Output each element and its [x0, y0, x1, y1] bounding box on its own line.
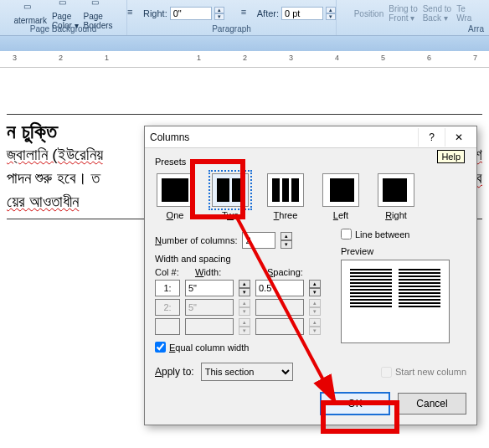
text-wrap-button: TeWra — [456, 4, 471, 23]
doc-line: পাদন শুরু হবে। ত — [7, 167, 100, 190]
preset-right[interactable]: Right — [378, 173, 414, 220]
width-spacing-grid: Col #: Width: Spacing: 1: ▴▾ ▴▾ 2: ▴▾ ▴▾ — [155, 267, 341, 335]
horizontal-ruler[interactable]: 3 2 1 1 2 3 4 5 6 7 — [0, 51, 489, 68]
dialog-titlebar[interactable]: Columns ? ✕ — [145, 126, 476, 148]
equal-column-width-checkbox[interactable] — [155, 342, 166, 353]
width-2-input — [185, 299, 234, 316]
spacing-after-input[interactable] — [281, 7, 323, 20]
columns-dialog: Columns ? ✕ Help Presets One Two Three L… — [144, 126, 477, 425]
indent-right-input[interactable] — [170, 7, 212, 20]
numcols-spinner[interactable]: ▴▾ — [281, 232, 292, 249]
page-color-icon: ▭ — [59, 0, 72, 11]
watermark-button[interactable]: ▭atermark — [13, 2, 46, 25]
spacing-1-input[interactable] — [255, 280, 304, 296]
line-between-checkbox[interactable] — [341, 229, 352, 239]
spacing-after-spinner[interactable]: ≡ After: ▴▾ — [241, 7, 336, 20]
width-1-input[interactable] — [185, 280, 234, 296]
dialog-title: Columns — [150, 131, 189, 143]
bring-to-front-button[interactable]: Bring toFront ▾ — [389, 4, 417, 23]
width-3-input — [185, 318, 234, 335]
indent-right-spinner[interactable]: ≡ Right: ▴▾ — [127, 7, 224, 20]
preview-label: Preview — [341, 246, 466, 256]
start-new-column-checkbox — [381, 367, 392, 378]
number-of-columns-label: Number of columns: — [155, 235, 237, 245]
send-to-back-button[interactable]: Send toBack ▾ — [423, 4, 451, 23]
preview-pane — [341, 260, 450, 343]
number-of-columns-input[interactable] — [242, 232, 275, 249]
preset-one[interactable]: One — [157, 173, 193, 220]
preset-two[interactable]: Two — [212, 173, 249, 220]
apply-to-label: Apply to: — [155, 366, 194, 378]
preset-three[interactable]: Three — [267, 173, 304, 220]
ws-row-2: 2: ▴▾ ▴▾ — [155, 299, 341, 316]
close-button[interactable]: ✕ — [445, 128, 471, 147]
position-button: Position — [354, 9, 384, 18]
cancel-button[interactable]: Cancel — [398, 393, 466, 415]
ribbon-band — [0, 36, 489, 51]
width-spacing-label: Width and spacing — [155, 254, 341, 264]
equal-column-width-label: Equal column width — [169, 342, 249, 353]
spacing-3-input — [255, 318, 304, 335]
arrange-group-label: Arra — [342, 23, 484, 35]
watermark-icon: ▭ — [23, 2, 37, 15]
page-borders-icon: ▭ — [91, 0, 105, 11]
line-between-label: Line between — [355, 229, 409, 239]
spacing-after-icon: ≡ — [241, 7, 255, 20]
indent-right-icon: ≡ — [127, 7, 141, 20]
paragraph-group-label: Paragraph — [212, 23, 251, 35]
preset-left[interactable]: Left — [322, 173, 359, 220]
ws-row-3: ▴▾ ▴▾ — [155, 318, 341, 335]
spacing-2-input — [255, 299, 304, 316]
doc-line: জ্বালানি (ইউরেনিয় — [7, 143, 103, 167]
help-button[interactable]: ? — [418, 128, 445, 147]
presets-label: Presets — [155, 157, 466, 167]
ribbon: ▭atermark ▭PageColor ▾ ▭PageBorders Page… — [0, 0, 489, 36]
ws-row-1: 1: ▴▾ ▴▾ — [155, 280, 341, 296]
page-background-group-label: Page Background — [30, 23, 97, 35]
start-new-column-label: Start new column — [395, 367, 466, 377]
ok-button[interactable]: OK — [321, 393, 389, 415]
help-tooltip: Help — [437, 150, 465, 163]
apply-to-select[interactable]: This section — [201, 363, 293, 381]
presets-row: One Two Three Left Right — [155, 170, 466, 229]
